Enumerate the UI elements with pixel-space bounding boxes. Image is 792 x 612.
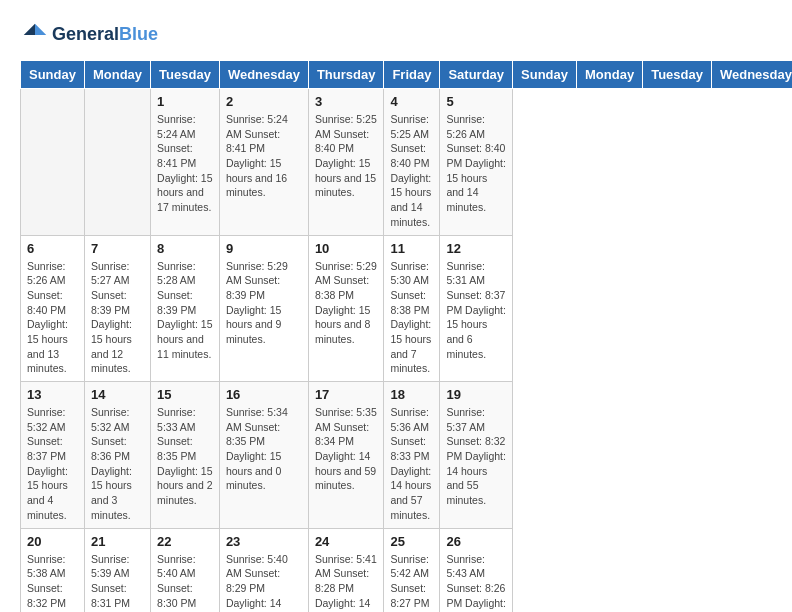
calendar-cell: 1Sunrise: 5:24 AM Sunset: 8:41 PM Daylig… — [151, 89, 220, 236]
day-content: Sunrise: 5:38 AM Sunset: 8:32 PM Dayligh… — [27, 552, 78, 613]
day-content: Sunrise: 5:29 AM Sunset: 8:38 PM Dayligh… — [315, 259, 378, 347]
calendar-cell: 17Sunrise: 5:35 AM Sunset: 8:34 PM Dayli… — [308, 382, 384, 529]
day-content: Sunrise: 5:25 AM Sunset: 8:40 PM Dayligh… — [315, 112, 378, 200]
calendar-cell: 25Sunrise: 5:42 AM Sunset: 8:27 PM Dayli… — [384, 528, 440, 612]
calendar-cell: 6Sunrise: 5:26 AM Sunset: 8:40 PM Daylig… — [21, 235, 85, 382]
calendar-week-row: 6Sunrise: 5:26 AM Sunset: 8:40 PM Daylig… — [21, 235, 793, 382]
day-content: Sunrise: 5:32 AM Sunset: 8:37 PM Dayligh… — [27, 405, 78, 523]
day-content: Sunrise: 5:27 AM Sunset: 8:39 PM Dayligh… — [91, 259, 144, 377]
day-number: 23 — [226, 534, 302, 549]
calendar-cell: 10Sunrise: 5:29 AM Sunset: 8:38 PM Dayli… — [308, 235, 384, 382]
calendar-cell: 5Sunrise: 5:26 AM Sunset: 8:40 PM Daylig… — [440, 89, 513, 236]
day-number: 1 — [157, 94, 213, 109]
weekday-header: Wednesday — [711, 61, 792, 89]
calendar-cell: 14Sunrise: 5:32 AM Sunset: 8:36 PM Dayli… — [84, 382, 150, 529]
calendar-cell: 22Sunrise: 5:40 AM Sunset: 8:30 PM Dayli… — [151, 528, 220, 612]
day-content: Sunrise: 5:39 AM Sunset: 8:31 PM Dayligh… — [91, 552, 144, 613]
day-content: Sunrise: 5:26 AM Sunset: 8:40 PM Dayligh… — [27, 259, 78, 377]
day-content: Sunrise: 5:28 AM Sunset: 8:39 PM Dayligh… — [157, 259, 213, 362]
weekday-header: Sunday — [513, 61, 577, 89]
day-content: Sunrise: 5:33 AM Sunset: 8:35 PM Dayligh… — [157, 405, 213, 508]
day-number: 26 — [446, 534, 506, 549]
calendar-cell: 21Sunrise: 5:39 AM Sunset: 8:31 PM Dayli… — [84, 528, 150, 612]
weekday-header: Tuesday — [643, 61, 712, 89]
logo: GeneralBlue — [20, 20, 158, 50]
weekday-header: Monday — [577, 61, 643, 89]
weekday-header: Friday — [384, 61, 440, 89]
day-number: 9 — [226, 241, 302, 256]
day-number: 20 — [27, 534, 78, 549]
day-number: 15 — [157, 387, 213, 402]
calendar-cell: 23Sunrise: 5:40 AM Sunset: 8:29 PM Dayli… — [219, 528, 308, 612]
calendar-cell: 7Sunrise: 5:27 AM Sunset: 8:39 PM Daylig… — [84, 235, 150, 382]
day-number: 4 — [390, 94, 433, 109]
day-number: 14 — [91, 387, 144, 402]
day-number: 3 — [315, 94, 378, 109]
calendar-cell — [21, 89, 85, 236]
day-content: Sunrise: 5:40 AM Sunset: 8:29 PM Dayligh… — [226, 552, 302, 613]
day-number: 25 — [390, 534, 433, 549]
day-content: Sunrise: 5:29 AM Sunset: 8:39 PM Dayligh… — [226, 259, 302, 347]
calendar-cell: 19Sunrise: 5:37 AM Sunset: 8:32 PM Dayli… — [440, 382, 513, 529]
calendar-cell: 26Sunrise: 5:43 AM Sunset: 8:26 PM Dayli… — [440, 528, 513, 612]
calendar-cell: 2Sunrise: 5:24 AM Sunset: 8:41 PM Daylig… — [219, 89, 308, 236]
day-content: Sunrise: 5:25 AM Sunset: 8:40 PM Dayligh… — [390, 112, 433, 230]
day-content: Sunrise: 5:31 AM Sunset: 8:37 PM Dayligh… — [446, 259, 506, 362]
day-number: 21 — [91, 534, 144, 549]
day-number: 7 — [91, 241, 144, 256]
logo-text: GeneralBlue — [52, 25, 158, 45]
day-content: Sunrise: 5:42 AM Sunset: 8:27 PM Dayligh… — [390, 552, 433, 613]
calendar-cell: 15Sunrise: 5:33 AM Sunset: 8:35 PM Dayli… — [151, 382, 220, 529]
weekday-header: Saturday — [440, 61, 513, 89]
day-content: Sunrise: 5:41 AM Sunset: 8:28 PM Dayligh… — [315, 552, 378, 613]
calendar-week-row: 1Sunrise: 5:24 AM Sunset: 8:41 PM Daylig… — [21, 89, 793, 236]
day-number: 24 — [315, 534, 378, 549]
calendar-table: SundayMondayTuesdayWednesdayThursdayFrid… — [20, 60, 792, 612]
day-number: 13 — [27, 387, 78, 402]
day-number: 16 — [226, 387, 302, 402]
day-number: 2 — [226, 94, 302, 109]
calendar-cell: 13Sunrise: 5:32 AM Sunset: 8:37 PM Dayli… — [21, 382, 85, 529]
day-content: Sunrise: 5:32 AM Sunset: 8:36 PM Dayligh… — [91, 405, 144, 523]
day-number: 19 — [446, 387, 506, 402]
calendar-cell: 20Sunrise: 5:38 AM Sunset: 8:32 PM Dayli… — [21, 528, 85, 612]
weekday-header: Wednesday — [219, 61, 308, 89]
svg-marker-0 — [35, 24, 46, 35]
day-number: 17 — [315, 387, 378, 402]
weekday-header: Monday — [84, 61, 150, 89]
svg-marker-1 — [24, 24, 35, 35]
calendar-week-row: 20Sunrise: 5:38 AM Sunset: 8:32 PM Dayli… — [21, 528, 793, 612]
calendar-cell: 12Sunrise: 5:31 AM Sunset: 8:37 PM Dayli… — [440, 235, 513, 382]
calendar-cell: 16Sunrise: 5:34 AM Sunset: 8:35 PM Dayli… — [219, 382, 308, 529]
calendar-cell: 8Sunrise: 5:28 AM Sunset: 8:39 PM Daylig… — [151, 235, 220, 382]
day-number: 22 — [157, 534, 213, 549]
calendar-cell: 9Sunrise: 5:29 AM Sunset: 8:39 PM Daylig… — [219, 235, 308, 382]
day-number: 6 — [27, 241, 78, 256]
calendar-header-row: SundayMondayTuesdayWednesdayThursdayFrid… — [21, 61, 793, 89]
day-content: Sunrise: 5:36 AM Sunset: 8:33 PM Dayligh… — [390, 405, 433, 523]
day-number: 12 — [446, 241, 506, 256]
day-number: 18 — [390, 387, 433, 402]
day-number: 5 — [446, 94, 506, 109]
calendar-week-row: 13Sunrise: 5:32 AM Sunset: 8:37 PM Dayli… — [21, 382, 793, 529]
logo-icon — [20, 20, 50, 50]
calendar-cell: 3Sunrise: 5:25 AM Sunset: 8:40 PM Daylig… — [308, 89, 384, 236]
day-number: 8 — [157, 241, 213, 256]
calendar-cell — [84, 89, 150, 236]
weekday-header: Sunday — [21, 61, 85, 89]
calendar-cell: 11Sunrise: 5:30 AM Sunset: 8:38 PM Dayli… — [384, 235, 440, 382]
day-content: Sunrise: 5:35 AM Sunset: 8:34 PM Dayligh… — [315, 405, 378, 493]
calendar-cell: 4Sunrise: 5:25 AM Sunset: 8:40 PM Daylig… — [384, 89, 440, 236]
weekday-header: Thursday — [308, 61, 384, 89]
calendar-cell: 18Sunrise: 5:36 AM Sunset: 8:33 PM Dayli… — [384, 382, 440, 529]
day-number: 11 — [390, 241, 433, 256]
day-content: Sunrise: 5:40 AM Sunset: 8:30 PM Dayligh… — [157, 552, 213, 613]
day-content: Sunrise: 5:37 AM Sunset: 8:32 PM Dayligh… — [446, 405, 506, 508]
day-content: Sunrise: 5:26 AM Sunset: 8:40 PM Dayligh… — [446, 112, 506, 215]
day-content: Sunrise: 5:43 AM Sunset: 8:26 PM Dayligh… — [446, 552, 506, 613]
page-header: GeneralBlue — [20, 20, 772, 50]
day-number: 10 — [315, 241, 378, 256]
day-content: Sunrise: 5:24 AM Sunset: 8:41 PM Dayligh… — [226, 112, 302, 200]
weekday-header: Tuesday — [151, 61, 220, 89]
day-content: Sunrise: 5:30 AM Sunset: 8:38 PM Dayligh… — [390, 259, 433, 377]
